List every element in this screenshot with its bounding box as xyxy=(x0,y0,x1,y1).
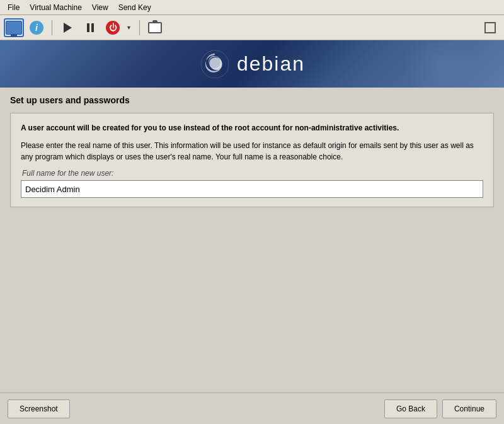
pause-button[interactable] xyxy=(80,18,100,37)
power-dropdown-button[interactable]: ▾ xyxy=(123,18,134,37)
main-content: Set up users and passwords A user accoun… xyxy=(0,88,504,215)
power-icon xyxy=(106,21,120,35)
description-normal: Please enter the real name of this user.… xyxy=(21,140,483,163)
toolbar: i ▾ xyxy=(0,15,504,40)
monitor-icon xyxy=(6,21,22,35)
menu-bar: File Virtual Machine View Send Key xyxy=(0,0,504,15)
pause-icon xyxy=(87,23,94,32)
expand-icon xyxy=(484,22,496,33)
toolbar-separator-2 xyxy=(139,20,140,35)
menu-send-key[interactable]: Send Key xyxy=(113,2,156,13)
power-button[interactable] xyxy=(103,18,123,37)
menu-virtual-machine[interactable]: Virtual Machine xyxy=(25,2,87,13)
footer: Screenshot Go Back Continue xyxy=(0,392,504,424)
footer-left: Screenshot xyxy=(8,399,384,418)
info-icon: i xyxy=(30,21,43,35)
monitor-button[interactable] xyxy=(4,18,24,37)
snapshot-icon xyxy=(148,22,162,33)
toolbar-separator-1 xyxy=(52,20,52,35)
menu-view[interactable]: View xyxy=(87,2,113,13)
continue-button[interactable]: Continue xyxy=(442,399,496,418)
page-title: Set up users and passwords xyxy=(10,95,494,105)
chevron-down-icon: ▾ xyxy=(127,24,130,31)
info-button[interactable]: i xyxy=(26,18,47,37)
play-icon xyxy=(64,23,72,33)
svg-rect-0 xyxy=(485,23,495,33)
debian-swirl-icon xyxy=(199,49,231,80)
footer-right: Go Back Continue xyxy=(384,399,496,418)
fullname-input[interactable] xyxy=(21,180,483,198)
go-back-button[interactable]: Go Back xyxy=(384,399,437,418)
debian-title: debian xyxy=(237,52,305,76)
field-label: Full name for the new user: xyxy=(21,169,483,178)
debian-header: debian xyxy=(0,40,504,88)
debian-logo: debian xyxy=(199,49,305,80)
snapshot-button[interactable] xyxy=(145,18,165,37)
menu-file[interactable]: File xyxy=(3,2,25,13)
empty-area xyxy=(0,215,504,385)
description-bold: A user account will be created for you t… xyxy=(21,122,483,134)
expand-button[interactable] xyxy=(480,18,500,37)
content-box: A user account will be created for you t… xyxy=(10,113,494,207)
screenshot-button[interactable]: Screenshot xyxy=(8,399,70,418)
play-button[interactable] xyxy=(57,18,77,37)
